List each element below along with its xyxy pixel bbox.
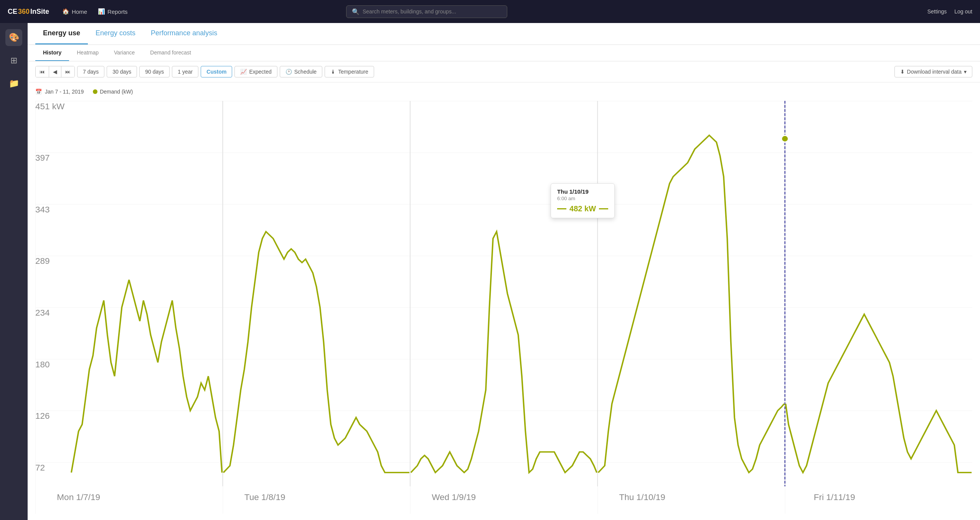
svg-rect-0 (35, 101, 972, 514)
legend-dot (93, 89, 97, 94)
download-icon: ⬇ (900, 69, 905, 75)
chart-wrapper: 451 kW 397 343 289 234 180 126 72 Mon 1/… (35, 101, 972, 514)
svg-text:Wed 1/9/19: Wed 1/9/19 (432, 493, 476, 502)
schedule-icon: 🕐 (285, 69, 292, 75)
grid-icon: ⊞ (10, 56, 17, 66)
svg-text:451 kW: 451 kW (35, 102, 65, 111)
nav-links: 🏠 Home 📊 Reports (58, 6, 132, 17)
svg-text:Thu 1/10/19: Thu 1/10/19 (619, 493, 665, 502)
svg-text:72: 72 (35, 463, 45, 472)
logo-insite: InSite (30, 8, 49, 16)
chart-container: 📅 Jan 7 - 11, 2019 Demand (kW) (28, 82, 980, 520)
search-icon: 🔍 (352, 8, 360, 15)
prev-prev-button[interactable]: ⏮ (36, 66, 49, 77)
settings-link[interactable]: Settings (927, 8, 947, 15)
svg-text:Fri 1/11/19: Fri 1/11/19 (814, 493, 855, 502)
date-range: 📅 Jan 7 - 11, 2019 (35, 89, 84, 95)
chart-header: 📅 Jan 7 - 11, 2019 Demand (kW) (35, 89, 972, 95)
nav-right: Settings Log out (927, 8, 972, 15)
svg-text:234: 234 (35, 308, 50, 317)
svg-text:Tue 1/8/19: Tue 1/8/19 (244, 493, 285, 502)
logout-link[interactable]: Log out (954, 8, 972, 15)
legend-demand: Demand (kW) (93, 89, 133, 95)
period-30days-button[interactable]: 30 days (107, 66, 137, 77)
sidebar: 🎨 ⊞ 📁 (0, 23, 28, 520)
folder-icon: 📁 (9, 79, 19, 89)
svg-text:343: 343 (35, 205, 50, 214)
sub-tabs: History Heatmap Variance Demand forecast (28, 45, 980, 61)
reports-link[interactable]: 📊 Reports (94, 6, 132, 17)
period-1year-button[interactable]: 1 year (172, 66, 198, 77)
search-bar[interactable]: 🔍 (346, 5, 507, 18)
expected-button[interactable]: 📈 Expected (234, 66, 277, 77)
top-tabs: Energy use Energy costs Performance anal… (28, 23, 980, 45)
prev-button[interactable]: ◀ (49, 66, 61, 77)
svg-text:Mon 1/7/19: Mon 1/7/19 (57, 493, 100, 502)
dashboard-icon: 🎨 (9, 33, 19, 43)
period-custom-button[interactable]: Custom (201, 66, 232, 77)
tab-demand-forecast[interactable]: Demand forecast (142, 45, 199, 61)
period-90days-button[interactable]: 90 days (139, 66, 170, 77)
svg-text:397: 397 (35, 153, 50, 163)
tab-performance-analysis[interactable]: Performance analysis (143, 23, 225, 44)
nav-buttons: ⏮ ◀ ⏭ (35, 66, 75, 77)
schedule-button[interactable]: 🕐 Schedule (280, 66, 322, 77)
expected-icon: 📈 (240, 69, 247, 75)
search-input[interactable] (363, 8, 502, 15)
tab-variance[interactable]: Variance (106, 45, 142, 61)
top-navigation: CE 360 InSite 🏠 Home 📊 Reports 🔍 Setting… (0, 0, 980, 23)
svg-text:180: 180 (35, 360, 50, 369)
sidebar-icon-folder[interactable]: 📁 (5, 75, 22, 92)
sidebar-icon-dashboard[interactable]: 🎨 (5, 29, 22, 46)
dropdown-arrow-icon: ▾ (964, 69, 967, 75)
home-link[interactable]: 🏠 Home (58, 6, 91, 17)
logo-ce: CE (8, 8, 17, 16)
tab-history[interactable]: History (35, 45, 69, 61)
reports-icon: 📊 (98, 8, 105, 15)
content-area: Energy use Energy costs Performance anal… (28, 23, 980, 520)
temperature-icon: 🌡 (330, 69, 336, 75)
tab-energy-costs[interactable]: Energy costs (88, 23, 143, 44)
sidebar-icon-grid[interactable]: ⊞ (5, 52, 22, 69)
logo-360: 360 (18, 8, 30, 16)
home-icon: 🏠 (62, 8, 69, 15)
next-next-button[interactable]: ⏭ (61, 66, 74, 77)
demand-chart: 451 kW 397 343 289 234 180 126 72 Mon 1/… (35, 101, 972, 514)
svg-point-19 (781, 135, 789, 142)
main-layout: 🎨 ⊞ 📁 Energy use Energy costs Performanc… (0, 23, 980, 520)
svg-text:126: 126 (35, 411, 50, 421)
download-button[interactable]: ⬇ Download interval data ▾ (894, 66, 972, 77)
app-logo: CE 360 InSite (8, 8, 49, 16)
tab-heatmap[interactable]: Heatmap (69, 45, 106, 61)
svg-text:289: 289 (35, 257, 50, 266)
temperature-button[interactable]: 🌡 Temperature (325, 66, 374, 77)
calendar-icon: 📅 (35, 89, 42, 95)
toolbar: ⏮ ◀ ⏭ 7 days 30 days 90 days 1 year Cust… (28, 61, 980, 82)
period-7days-button[interactable]: 7 days (77, 66, 104, 77)
tab-energy-use[interactable]: Energy use (35, 23, 88, 44)
